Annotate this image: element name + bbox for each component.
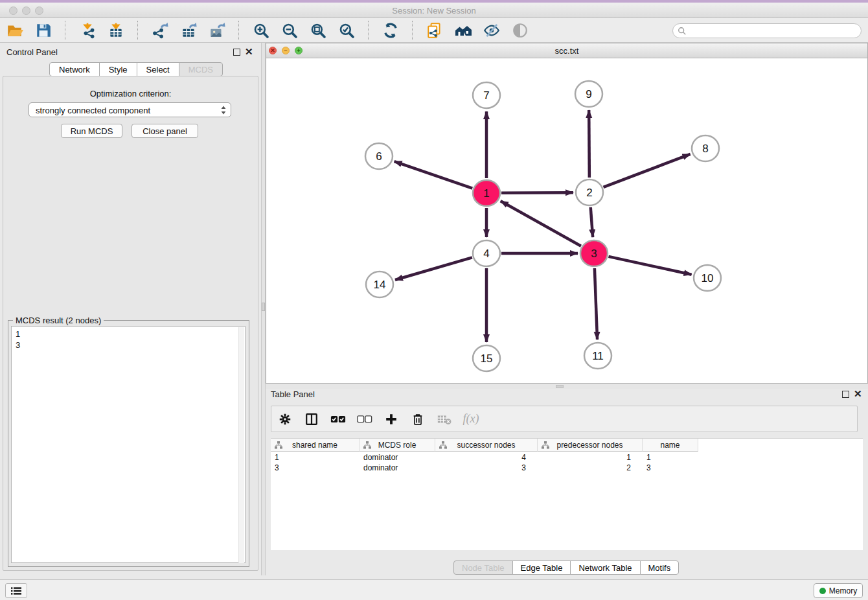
vertical-splitter-handle[interactable] bbox=[262, 303, 265, 311]
graph-node-label: 14 bbox=[374, 279, 386, 291]
search-input[interactable] bbox=[690, 25, 857, 37]
select-stepper-icon bbox=[220, 105, 227, 115]
tab-network[interactable]: Network bbox=[49, 62, 100, 76]
application-window: Session: New Session Control Panel ✕ Net… bbox=[0, 0, 868, 600]
graph-edge-1-2[interactable] bbox=[501, 192, 573, 193]
table-cell[interactable]: 1 bbox=[643, 452, 698, 463]
column-header-mcds-role[interactable]: MCDS role bbox=[360, 439, 435, 452]
select-all-checkboxes-icon[interactable] bbox=[330, 411, 347, 427]
graph-node-label: 3 bbox=[591, 248, 597, 260]
eye-slash-icon[interactable] bbox=[483, 22, 500, 40]
mcds-result-textarea[interactable]: 1 3 bbox=[11, 326, 246, 563]
graph-node-label: 2 bbox=[586, 187, 592, 199]
import-network-icon[interactable] bbox=[78, 22, 96, 40]
table-cell[interactable]: 3 bbox=[435, 463, 538, 473]
close-panel-button[interactable]: Close panel bbox=[131, 124, 198, 138]
column-header-label: name bbox=[660, 441, 680, 450]
graph-edge-4-14[interactable] bbox=[395, 257, 472, 280]
tab-style[interactable]: Style bbox=[99, 62, 137, 76]
graph-node-label: 9 bbox=[586, 88, 591, 100]
split-panel-icon[interactable] bbox=[303, 411, 320, 427]
tab-select[interactable]: Select bbox=[137, 62, 179, 76]
delete-column-icon[interactable] bbox=[409, 411, 426, 427]
tab-node-table[interactable]: Node Table bbox=[453, 560, 513, 575]
network-canvas[interactable]: 7968124314101511 bbox=[266, 58, 867, 383]
column-header-predecessor-nodes[interactable]: predecessor nodes bbox=[538, 439, 643, 452]
graph-edge-3-11[interactable] bbox=[595, 268, 597, 340]
list-icon bbox=[10, 586, 23, 596]
mcds-result-title: MCDS result (2 nodes) bbox=[13, 316, 104, 325]
table-cell[interactable]: dominator bbox=[360, 463, 435, 473]
add-column-icon[interactable] bbox=[383, 411, 400, 427]
houses-icon[interactable] bbox=[454, 22, 472, 40]
column-header-shared-name[interactable]: shared name bbox=[271, 439, 360, 452]
mcds-result-text: 1 3 bbox=[16, 329, 20, 351]
graph-edge-3-1[interactable] bbox=[501, 201, 581, 246]
table-toolbar: f(x) bbox=[271, 406, 858, 432]
column-header-label: successor nodes bbox=[457, 441, 515, 450]
zoom-out-icon[interactable] bbox=[280, 22, 298, 40]
table-panel-close-icon[interactable]: ✕ bbox=[854, 389, 862, 398]
optimization-select-value: strongly connected component bbox=[36, 106, 150, 115]
graph-node-label: 7 bbox=[483, 89, 489, 102]
table-row[interactable]: 1dominator411 bbox=[271, 452, 863, 463]
toolbar-icon-group bbox=[0, 18, 529, 43]
tab-motifs[interactable]: Motifs bbox=[640, 560, 680, 575]
toolbar-separator bbox=[238, 21, 239, 40]
clear-checkboxes-icon[interactable] bbox=[356, 411, 373, 427]
network-graph: 7968124314101511 bbox=[266, 58, 867, 383]
tab-edge-table[interactable]: Edge Table bbox=[512, 560, 571, 575]
refresh-view-icon[interactable] bbox=[382, 22, 399, 40]
export-network-icon[interactable] bbox=[151, 22, 168, 40]
table-cell[interactable]: 1 bbox=[538, 452, 643, 463]
export-image-icon[interactable] bbox=[208, 22, 225, 40]
control-panel-close-icon[interactable]: ✕ bbox=[245, 47, 253, 56]
result-scrollbar[interactable] bbox=[238, 327, 244, 563]
zoom-in-icon[interactable] bbox=[252, 22, 269, 40]
table-cell[interactable]: 3 bbox=[271, 463, 360, 473]
settings-gear-icon[interactable] bbox=[277, 411, 293, 427]
search-box[interactable] bbox=[672, 23, 862, 38]
copy-network-icon[interactable] bbox=[426, 22, 443, 40]
memory-status-icon bbox=[819, 588, 826, 594]
table-cell[interactable]: dominator bbox=[360, 452, 435, 463]
control-panel-tabs: NetworkStyleSelectMCDS bbox=[49, 62, 223, 76]
graph-edge-2-9[interactable] bbox=[589, 110, 589, 178]
table-panel-float-icon[interactable] bbox=[842, 391, 849, 398]
horizontal-splitter-handle[interactable] bbox=[556, 385, 564, 388]
graph-edge-3-10[interactable] bbox=[608, 257, 691, 275]
save-session-icon[interactable] bbox=[34, 22, 52, 40]
hierarchy-icon bbox=[363, 441, 372, 450]
export-table-icon[interactable] bbox=[179, 22, 197, 40]
run-mcds-button[interactable]: Run MCDS bbox=[61, 124, 122, 138]
hierarchy-icon bbox=[274, 441, 283, 450]
table-panel-title: Table Panel bbox=[271, 389, 315, 399]
import-table-icon[interactable] bbox=[107, 22, 124, 40]
zoom-selected-icon[interactable] bbox=[337, 22, 355, 40]
graph-edge-2-3[interactable] bbox=[591, 207, 593, 237]
zoom-fit-icon[interactable] bbox=[309, 22, 326, 40]
table-cell[interactable]: 1 bbox=[271, 452, 360, 463]
tab-network-table[interactable]: Network Table bbox=[570, 560, 640, 575]
table-cell[interactable]: 2 bbox=[538, 463, 643, 473]
toolbar-separator bbox=[137, 21, 138, 40]
memory-button[interactable]: Memory bbox=[814, 583, 863, 598]
eye-icon[interactable] bbox=[511, 22, 529, 40]
open-session-icon[interactable] bbox=[6, 22, 23, 40]
optimization-select[interactable]: strongly connected component bbox=[29, 102, 231, 117]
tab-mcds[interactable]: MCDS bbox=[179, 62, 223, 76]
memory-label: Memory bbox=[829, 586, 857, 595]
task-history-button[interactable] bbox=[5, 583, 27, 598]
column-header-successor-nodes[interactable]: successor nodes bbox=[435, 439, 538, 452]
horizontal-splitter[interactable] bbox=[266, 384, 868, 389]
graph-edge-2-8[interactable] bbox=[604, 154, 691, 187]
hierarchy-icon bbox=[439, 441, 448, 450]
column-header-name[interactable]: name bbox=[643, 439, 698, 452]
control-panel-float-icon[interactable] bbox=[233, 49, 240, 56]
table-cell[interactable]: 3 bbox=[643, 463, 698, 473]
window-title: Session: New Session bbox=[0, 6, 868, 16]
table-row[interactable]: 3dominator323 bbox=[271, 463, 863, 473]
table-cell[interactable]: 4 bbox=[435, 452, 538, 463]
status-bar: Memory bbox=[0, 579, 868, 600]
graph-edge-1-6[interactable] bbox=[394, 161, 473, 188]
